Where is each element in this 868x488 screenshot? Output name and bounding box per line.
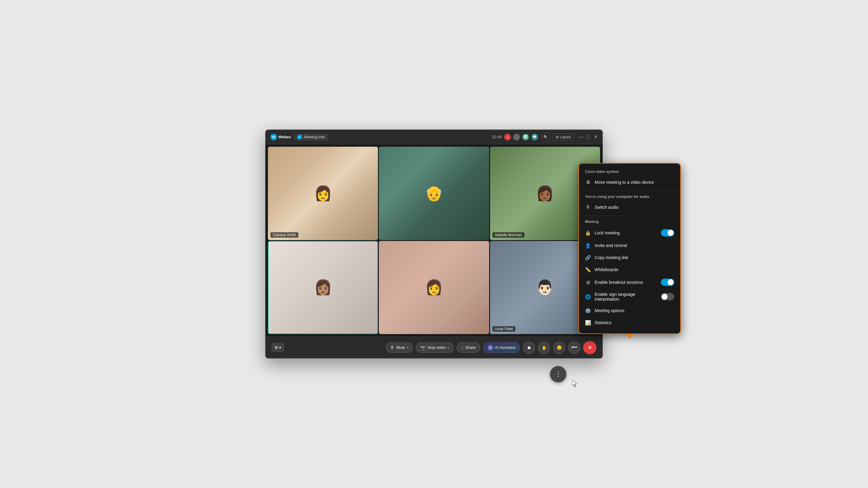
video-cell-man1: 👴 [379,147,489,240]
whiteboard-icon: ✏️ [585,267,591,272]
ai-assistant-button[interactable]: ✦ AI Assistant [483,342,520,353]
maximize-button[interactable]: □ [586,135,590,139]
mute-label: Mute [396,345,405,350]
statistics-icon: 📊 [585,320,591,326]
divider-2 [579,216,680,216]
breakout-toggle[interactable] [661,279,674,286]
invite-remind-label: Invite and remind [595,243,627,248]
breakout-sessions-item[interactable]: ⊞ Enable breakout sessions [579,275,680,289]
whiteboards-item[interactable]: ✏️ Whiteboards [579,264,680,275]
audio-dot: 🎵 [513,134,520,140]
more-options-circle-button[interactable]: ⋮ [550,366,566,382]
breakout-sessions-left: ⊞ Enable breakout sessions [585,279,643,285]
lock-meeting-label: Lock meeting [595,230,620,235]
more-icon: ••• [571,344,577,351]
record-icon: ⏺ [527,345,531,350]
emoji-icon: 😊 [557,345,562,350]
app-window: W Webex ● Meeting info 12:40 ● 🎵 📊 💬 🔍 ⊞… [265,130,603,358]
more-options-button[interactable]: ••• [568,341,580,354]
avatar-man1: 👴 [379,147,489,240]
lock-icon: 🔒 [585,230,591,236]
meeting-options-item[interactable]: ⚙️ Meeting options [579,304,680,317]
reactions-icon: ✋ [541,345,547,350]
video-grid: 👩 Clarissa Smith 👴 👩🏾 Isabelle Brennan 👩… [266,144,602,336]
toolbar: ⊞ ▾ 🎙 Mute ▾ 📷 Stop video ▾ ↑ Share ✦ AI… [266,336,602,358]
sign-language-toggle[interactable] [661,293,674,300]
move-meeting-left: 🖥 Move meeting to a video device [585,179,654,185]
move-meeting-icon: 🖥 [585,179,591,185]
lock-toggle[interactable] [661,229,674,236]
chat-dot: 💬 [531,134,538,140]
switch-audio-label: Switch audio [595,205,618,210]
switch-audio-left: 🎙 Switch audio [585,204,618,210]
move-meeting-label: Move meeting to a video device [595,180,654,185]
mute-icon: 🎙 [390,345,395,350]
video-cell-woman2: 👩🏽 [268,241,378,334]
close-button[interactable]: ✕ [593,135,598,139]
window-controls: — □ ✕ [579,135,598,139]
video-dot: 📊 [522,134,529,140]
label-umar: Umar Patel [493,326,516,332]
sign-language-toggle-thumb [661,294,668,300]
meeting-section-header: Meeting [579,218,680,226]
layout-button[interactable]: ⊞ Layout [553,133,574,141]
avatar-clarissa: 👩 [268,147,378,240]
webex-logo: W Webex [270,134,291,140]
avatar-woman2: 👩🏽 [269,241,377,334]
label-clarissa: Clarissa Smith [270,232,299,238]
layout-toggle-button[interactable]: ⊞ ▾ [272,343,284,352]
avatar-woman3: 👩 [379,241,489,334]
switch-audio-icon: 🎙 [585,204,591,210]
clock: 12:40 [492,135,502,139]
toolbar-left: ⊞ ▾ [272,343,284,352]
title-bar-left: W Webex ● Meeting info [270,133,488,141]
title-bar: W Webex ● Meeting info 12:40 ● 🎵 📊 💬 🔍 ⊞… [266,130,602,144]
breakout-toggle-thumb [668,279,674,285]
breakout-sessions-label: Enable breakout sessions [595,280,643,285]
sign-language-label: Enable sign language interpretation [595,292,657,301]
record-button[interactable]: ⏺ [523,341,535,354]
stop-video-icon: 📷 [421,345,426,350]
sign-language-left: 🌐 Enable sign language interpretation [585,292,657,301]
lock-meeting-left: 🔒 Lock meeting [585,230,620,236]
meeting-info-icon: ● [297,135,302,139]
invite-remind-item[interactable]: 👤 Invite and remind [579,239,680,252]
share-icon: ↑ [461,345,463,350]
copy-link-item[interactable]: 🔗 Copy meeting link [579,252,680,264]
video-cell-clarissa: 👩 Clarissa Smith [268,147,378,240]
sign-language-item[interactable]: 🌐 Enable sign language interpretation [579,289,680,304]
webex-title: Webex [278,135,291,139]
title-bar-right: 🔍 ⊞ Layout — □ ✕ [541,133,598,141]
search-button[interactable]: 🔍 [541,133,550,141]
ai-assistant-label: AI Assistant [495,345,516,350]
options-icon: ⚙️ [585,307,591,314]
more-options-circle-icon: ⋮ [555,370,561,378]
switch-audio-item[interactable]: 🎙 Switch audio [579,201,680,213]
meeting-info-tab[interactable]: ● Meeting info [294,133,328,141]
move-meeting-item[interactable]: 🖥 Move meeting to a video device [579,176,680,188]
statistics-item[interactable]: 📊 Statistics [579,317,680,329]
minimize-button[interactable]: — [579,135,583,139]
statistics-left: 📊 Statistics [585,320,612,326]
video-cell-woman3: 👩 [379,241,489,334]
layout-label: Layout [560,135,571,139]
meeting-options-label: Meeting options [595,308,624,313]
meeting-info-label: Meeting info [304,135,325,139]
ai-icon: ✦ [488,345,493,350]
stop-video-button[interactable]: 📷 Stop video ▾ [416,343,454,353]
share-button[interactable]: ↑ Share [457,343,480,353]
statistics-label: Statistics [595,320,612,325]
end-call-button[interactable]: ✕ [583,341,596,354]
reactions-button[interactable]: ✋ [538,341,550,354]
layout-toggle-icon: ⊞ [275,345,278,350]
whiteboards-left: ✏️ Whiteboards [585,267,618,272]
emoji-button[interactable]: 😊 [553,341,565,354]
meeting-options-left: ⚙️ Meeting options [585,307,624,314]
dropdown-menu: Cisco video system 🖥 Move meeting to a v… [578,163,681,334]
lock-toggle-thumb [668,230,674,236]
invite-icon: 👤 [585,242,591,249]
lock-meeting-item[interactable]: 🔒 Lock meeting [579,226,680,239]
mute-button[interactable]: 🎙 Mute ▾ [386,343,413,353]
stop-video-label: Stop video [427,345,446,350]
layout-icon: ⊞ [556,135,559,139]
